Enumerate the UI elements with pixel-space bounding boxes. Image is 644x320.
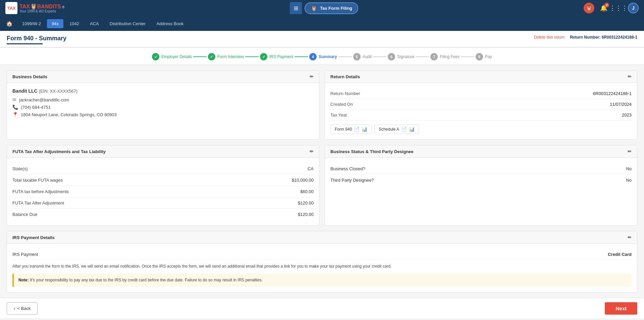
logo-tagline: Your 1099 & W2 Experts (19, 9, 64, 13)
tax-form-filing-button[interactable]: 🦉 Tax Form Filing (305, 2, 358, 14)
business-status-edit-icon[interactable]: ✏ (628, 149, 632, 154)
step-signature: 6 Signature (388, 53, 414, 60)
row-1: Business Details ✏ Bandit LLC (EIN: XX-X… (7, 70, 637, 140)
irs-payment-body: IRS Payment Credit Card After you transm… (7, 244, 637, 292)
third-party-row: Third Party Designee? No (330, 175, 632, 186)
business-details-body: Bandit LLC (EIN: XX-XXXX567) ✉ jackrache… (7, 83, 319, 125)
step-employer-label: Employer Details (161, 54, 192, 59)
return-details-body: Return Number 6R003122424188-1 Created O… (325, 83, 637, 139)
futa-edit-icon[interactable]: ✏ (310, 149, 314, 154)
warning-bold: Note: (18, 278, 29, 282)
step-line-7 (461, 56, 474, 57)
email-icon: ✉ (12, 97, 16, 102)
row-2: FUTA Tax After Adjustments and Tax Liabi… (7, 145, 637, 226)
business-email-row: ✉ jackracher@banditllc.com (12, 97, 314, 102)
next-button[interactable]: Next (605, 302, 637, 315)
page-title: Form 940 - Summary (7, 35, 66, 42)
back-chevron: ‹ (14, 306, 15, 311)
business-status-body: Business Closed? No Third Party Designee… (325, 158, 637, 191)
payment-type-row: IRS Payment Credit Card (12, 249, 632, 260)
nav-1042[interactable]: 1042 (65, 18, 84, 29)
page-title-area: Form 940 - Summary (7, 35, 66, 44)
futa-card: FUTA Tax After Adjustments and Tax Liabi… (7, 145, 319, 226)
logo-area: TAX TAX🦉BANDITS® Your 1099 & W2 Experts (5, 2, 64, 14)
futa-body: State(s) CA Total taxable FUTA wages $10… (7, 158, 319, 225)
step-employer: ✓ Employer Details (152, 53, 192, 60)
business-address: 1804 Neuport Lane, Colorado Springs, CO … (21, 112, 116, 117)
location-icon: 📍 (12, 112, 18, 117)
business-status-title: Business Status & Third Party Designee (330, 149, 414, 154)
nav-1099w2[interactable]: 1099/W-2 (17, 18, 46, 29)
grid-apps-button[interactable]: ⋮⋮⋮ (613, 3, 624, 13)
form940-pdf-icon: 📄 (354, 127, 360, 132)
page-header-right: Delete this return Return Number: 6R0031… (534, 35, 637, 40)
logo[interactable]: TAX TAX🦉BANDITS® Your 1099 & W2 Experts (5, 2, 64, 14)
step-irs-payment: ✓ IRS Payment (260, 53, 293, 60)
futa-after-adj-row: FUTA Tax After Adjustment $120.00 (12, 197, 314, 209)
irs-payment-label: IRS Payment (12, 252, 38, 257)
step-filing-fees-label: Filing Fees (440, 54, 460, 59)
step-line-6 (416, 56, 429, 57)
return-details-edit-icon[interactable]: ✏ (628, 74, 632, 79)
irs-payment-edit-icon[interactable]: ✏ (628, 235, 632, 240)
warning-text: It's your responsibility to pay any tax … (30, 278, 263, 282)
business-phone-row: 📞 (704) 684-4751 (12, 104, 314, 110)
schedulea-pdf-icon: 📄 (401, 127, 407, 132)
owl-avatar[interactable]: 🦉 (584, 3, 594, 13)
tax-form-filing-label: Tax Form Filing (320, 6, 352, 11)
irs-payment-type: Credit Card (608, 252, 632, 257)
nav-94x[interactable]: 94x (47, 19, 63, 28)
top-bar-center: ⊞ 🦉 Tax Form Filing (290, 2, 358, 14)
phone-icon: 📞 (12, 104, 18, 110)
return-details-card: Return Details ✏ Return Number 6R0031224… (325, 70, 637, 140)
logo-text: TAX🦉BANDITS® (19, 3, 64, 9)
step-irs-payment-circle: ✓ (260, 53, 267, 60)
nav-addressbook[interactable]: Address Book (152, 18, 188, 29)
step-audit: 5 Audit (353, 53, 372, 60)
form940-button[interactable]: Form 940 📄 📊 (330, 125, 372, 134)
top-bar-left: TAX TAX🦉BANDITS® Your 1099 & W2 Experts (5, 2, 64, 14)
step-irs-payment-label: IRS Payment (269, 54, 293, 59)
return-details-header: Return Details ✏ (325, 71, 637, 83)
step-interview-circle: ✓ (208, 53, 215, 60)
form940-xls-icon: 📊 (362, 127, 367, 132)
grid-button[interactable]: ⊞ (290, 2, 302, 14)
back-button[interactable]: ‹ < Back (7, 302, 38, 315)
schedule-a-button[interactable]: Schedule A 📄 📊 (374, 125, 419, 134)
step-line-4 (338, 56, 352, 57)
irs-payment-header: IRS Payment Details ✏ (7, 231, 637, 244)
step-pay-label: Pay (485, 54, 492, 59)
business-details-edit-icon[interactable]: ✏ (310, 74, 314, 79)
step-pay-circle: 8 (476, 53, 483, 60)
schedulea-xls-icon: 📊 (409, 127, 415, 132)
step-summary: 4 Summary (309, 53, 337, 60)
step-signature-circle: 6 (388, 53, 395, 60)
page-content: Business Details ✏ Bandit LLC (EIN: XX-X… (0, 65, 644, 298)
irs-payment-note: After you transmit the form to the IRS, … (12, 263, 632, 270)
nav-distribution[interactable]: Distribution Center (105, 18, 151, 29)
nav-aca[interactable]: ACA (85, 18, 104, 29)
step-line-1 (193, 56, 207, 57)
business-ein: (EIN: XX-XXXX567) (39, 89, 78, 94)
back-label: < Back (17, 306, 31, 311)
irs-payment-card: IRS Payment Details ✏ IRS Payment Credit… (7, 231, 637, 292)
step-filing-fees: 7 Filing Fees (430, 53, 460, 60)
delete-return-link[interactable]: Delete this return (534, 35, 565, 40)
main-area: Business Details ✏ Bandit LLC (EIN: XX-X… (0, 65, 644, 298)
futa-header: FUTA Tax After Adjustments and Tax Liabi… (7, 145, 319, 158)
form-download-buttons: Form 940 📄 📊 Schedule A 📄 📊 (330, 125, 632, 134)
user-avatar[interactable]: J (628, 3, 639, 13)
footer-buttons: ‹ < Back Next (0, 298, 644, 319)
step-audit-circle: 5 (353, 53, 361, 60)
step-summary-circle: 4 (309, 53, 317, 60)
page-header: Form 940 - Summary Delete this return Re… (0, 31, 644, 48)
step-line-5 (373, 56, 386, 57)
business-phone: (704) 684-4751 (21, 105, 51, 110)
step-signature-label: Signature (397, 54, 414, 59)
step-pay: 8 Pay (476, 53, 492, 60)
nav-home[interactable]: 🏠 (3, 18, 16, 29)
owl-icon: 🦉 (311, 5, 317, 11)
return-number-row: Return Number 6R003122424188-1 (330, 88, 632, 99)
business-email: jackracher@banditllc.com (19, 97, 69, 102)
business-closed-row: Business Closed? No (330, 163, 632, 175)
